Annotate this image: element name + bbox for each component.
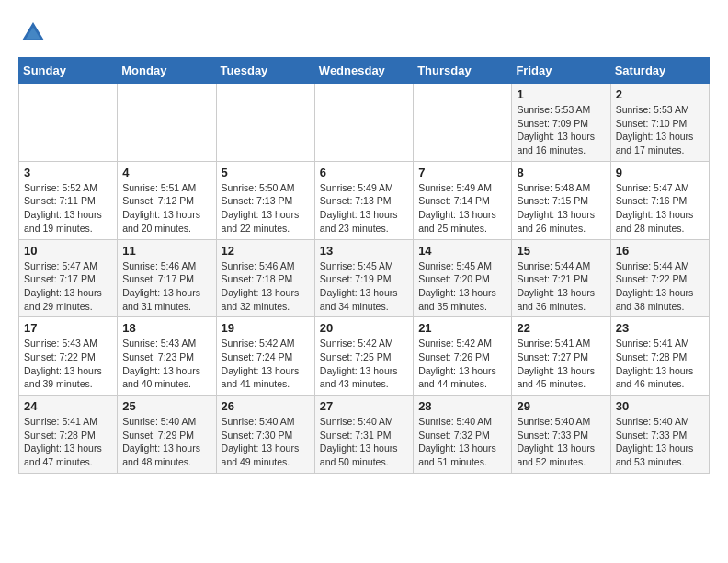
day-info: Sunrise: 5:49 AM Sunset: 7:14 PM Dayligh… xyxy=(418,181,506,236)
day-number: 27 xyxy=(320,399,408,413)
calendar-cell xyxy=(216,84,314,162)
day-info: Sunrise: 5:40 AM Sunset: 7:33 PM Dayligh… xyxy=(616,415,704,469)
day-info: Sunrise: 5:40 AM Sunset: 7:30 PM Dayligh… xyxy=(222,415,310,469)
day-info: Sunrise: 5:45 AM Sunset: 7:20 PM Dayligh… xyxy=(418,259,506,314)
day-info: Sunrise: 5:41 AM Sunset: 7:28 PM Dayligh… xyxy=(24,415,112,469)
calendar-cell: 15Sunrise: 5:44 AM Sunset: 7:21 PM Dayli… xyxy=(512,239,610,317)
day-number: 6 xyxy=(320,166,408,179)
day-number: 1 xyxy=(517,87,605,101)
day-number: 17 xyxy=(24,321,112,335)
day-info: Sunrise: 5:40 AM Sunset: 7:33 PM Dayligh… xyxy=(517,415,605,469)
weekday-header-monday: Monday xyxy=(118,58,216,84)
calendar-cell: 11Sunrise: 5:46 AM Sunset: 7:17 PM Dayli… xyxy=(118,239,216,317)
calendar-cell: 17Sunrise: 5:43 AM Sunset: 7:22 PM Dayli… xyxy=(19,317,118,396)
calendar-body: 1Sunrise: 5:53 AM Sunset: 7:09 PM Daylig… xyxy=(19,84,710,474)
day-info: Sunrise: 5:47 AM Sunset: 7:17 PM Dayligh… xyxy=(24,259,112,314)
day-number: 2 xyxy=(616,87,704,101)
day-info: Sunrise: 5:50 AM Sunset: 7:13 PM Dayligh… xyxy=(222,181,310,236)
calendar-cell: 3Sunrise: 5:52 AM Sunset: 7:11 PM Daylig… xyxy=(19,161,118,239)
weekday-header-wednesday: Wednesday xyxy=(314,58,413,84)
day-number: 28 xyxy=(418,399,506,413)
calendar-cell: 12Sunrise: 5:46 AM Sunset: 7:18 PM Dayli… xyxy=(216,239,314,317)
calendar-cell: 18Sunrise: 5:43 AM Sunset: 7:23 PM Dayli… xyxy=(118,317,216,396)
day-number: 23 xyxy=(616,321,704,335)
day-number: 29 xyxy=(517,399,605,413)
calendar-cell: 13Sunrise: 5:45 AM Sunset: 7:19 PM Dayli… xyxy=(314,239,413,317)
day-info: Sunrise: 5:40 AM Sunset: 7:29 PM Dayligh… xyxy=(122,415,210,469)
day-number: 19 xyxy=(222,321,310,335)
calendar-cell: 28Sunrise: 5:40 AM Sunset: 7:32 PM Dayli… xyxy=(414,396,512,474)
calendar-cell: 14Sunrise: 5:45 AM Sunset: 7:20 PM Dayli… xyxy=(414,239,512,317)
day-info: Sunrise: 5:46 AM Sunset: 7:17 PM Dayligh… xyxy=(122,259,210,314)
calendar-cell: 7Sunrise: 5:49 AM Sunset: 7:14 PM Daylig… xyxy=(414,161,512,239)
weekday-row: SundayMondayTuesdayWednesdayThursdayFrid… xyxy=(19,58,710,84)
calendar-week-5: 24Sunrise: 5:41 AM Sunset: 7:28 PM Dayli… xyxy=(19,396,710,474)
calendar-cell: 26Sunrise: 5:40 AM Sunset: 7:30 PM Dayli… xyxy=(216,396,314,474)
calendar-week-3: 10Sunrise: 5:47 AM Sunset: 7:17 PM Dayli… xyxy=(19,239,710,317)
calendar-cell: 5Sunrise: 5:50 AM Sunset: 7:13 PM Daylig… xyxy=(216,161,314,239)
calendar-cell: 27Sunrise: 5:40 AM Sunset: 7:31 PM Dayli… xyxy=(314,396,413,474)
weekday-header-friday: Friday xyxy=(512,58,610,84)
calendar-cell: 22Sunrise: 5:41 AM Sunset: 7:27 PM Dayli… xyxy=(512,317,610,396)
day-number: 3 xyxy=(24,166,112,179)
calendar-cell: 29Sunrise: 5:40 AM Sunset: 7:33 PM Dayli… xyxy=(512,396,610,474)
day-number: 22 xyxy=(517,321,605,335)
day-number: 4 xyxy=(122,166,210,179)
day-number: 24 xyxy=(24,399,112,413)
calendar-table: SundayMondayTuesdayWednesdayThursdayFrid… xyxy=(18,57,710,474)
day-number: 10 xyxy=(24,244,112,258)
day-info: Sunrise: 5:47 AM Sunset: 7:16 PM Dayligh… xyxy=(616,181,704,236)
day-number: 7 xyxy=(418,166,506,179)
weekday-header-sunday: Sunday xyxy=(19,58,118,84)
weekday-header-tuesday: Tuesday xyxy=(216,58,314,84)
calendar-week-1: 1Sunrise: 5:53 AM Sunset: 7:09 PM Daylig… xyxy=(19,84,710,162)
calendar-cell: 30Sunrise: 5:40 AM Sunset: 7:33 PM Dayli… xyxy=(610,396,709,474)
weekday-header-saturday: Saturday xyxy=(610,58,709,84)
calendar-cell xyxy=(118,84,216,162)
day-info: Sunrise: 5:41 AM Sunset: 7:28 PM Dayligh… xyxy=(616,337,704,391)
day-info: Sunrise: 5:49 AM Sunset: 7:13 PM Dayligh… xyxy=(320,181,408,236)
day-info: Sunrise: 5:41 AM Sunset: 7:27 PM Dayligh… xyxy=(517,337,605,391)
calendar-cell: 6Sunrise: 5:49 AM Sunset: 7:13 PM Daylig… xyxy=(314,161,413,239)
day-number: 12 xyxy=(222,244,310,258)
day-number: 16 xyxy=(616,244,704,258)
calendar-cell: 4Sunrise: 5:51 AM Sunset: 7:12 PM Daylig… xyxy=(118,161,216,239)
calendar-cell xyxy=(19,84,118,162)
day-number: 30 xyxy=(616,399,704,413)
calendar-cell: 23Sunrise: 5:41 AM Sunset: 7:28 PM Dayli… xyxy=(610,317,709,396)
day-number: 9 xyxy=(616,166,704,179)
day-info: Sunrise: 5:46 AM Sunset: 7:18 PM Dayligh… xyxy=(222,259,310,314)
day-info: Sunrise: 5:42 AM Sunset: 7:26 PM Dayligh… xyxy=(418,337,506,391)
calendar-cell: 20Sunrise: 5:42 AM Sunset: 7:25 PM Dayli… xyxy=(314,317,413,396)
logo-icon xyxy=(18,18,48,48)
day-number: 13 xyxy=(320,244,408,258)
day-number: 18 xyxy=(122,321,210,335)
calendar-header: SundayMondayTuesdayWednesdayThursdayFrid… xyxy=(19,58,710,84)
day-info: Sunrise: 5:45 AM Sunset: 7:19 PM Dayligh… xyxy=(320,259,408,314)
day-info: Sunrise: 5:53 AM Sunset: 7:10 PM Dayligh… xyxy=(616,103,704,157)
day-number: 20 xyxy=(320,321,408,335)
day-info: Sunrise: 5:42 AM Sunset: 7:25 PM Dayligh… xyxy=(320,337,408,391)
day-info: Sunrise: 5:51 AM Sunset: 7:12 PM Dayligh… xyxy=(122,181,210,236)
day-info: Sunrise: 5:44 AM Sunset: 7:22 PM Dayligh… xyxy=(616,259,704,314)
calendar-cell: 1Sunrise: 5:53 AM Sunset: 7:09 PM Daylig… xyxy=(512,84,610,162)
day-info: Sunrise: 5:53 AM Sunset: 7:09 PM Dayligh… xyxy=(517,103,605,157)
day-number: 15 xyxy=(517,244,605,258)
calendar-cell: 2Sunrise: 5:53 AM Sunset: 7:10 PM Daylig… xyxy=(610,84,709,162)
calendar-cell: 25Sunrise: 5:40 AM Sunset: 7:29 PM Dayli… xyxy=(118,396,216,474)
day-info: Sunrise: 5:40 AM Sunset: 7:31 PM Dayligh… xyxy=(320,415,408,469)
weekday-header-thursday: Thursday xyxy=(414,58,512,84)
day-number: 14 xyxy=(418,244,506,258)
day-number: 11 xyxy=(122,244,210,258)
calendar-cell: 21Sunrise: 5:42 AM Sunset: 7:26 PM Dayli… xyxy=(414,317,512,396)
calendar-cell: 8Sunrise: 5:48 AM Sunset: 7:15 PM Daylig… xyxy=(512,161,610,239)
calendar-cell: 10Sunrise: 5:47 AM Sunset: 7:17 PM Dayli… xyxy=(19,239,118,317)
page-header xyxy=(18,18,710,48)
day-info: Sunrise: 5:48 AM Sunset: 7:15 PM Dayligh… xyxy=(517,181,605,236)
calendar-cell: 24Sunrise: 5:41 AM Sunset: 7:28 PM Dayli… xyxy=(19,396,118,474)
day-number: 26 xyxy=(222,399,310,413)
calendar-cell: 9Sunrise: 5:47 AM Sunset: 7:16 PM Daylig… xyxy=(610,161,709,239)
day-number: 21 xyxy=(418,321,506,335)
calendar-week-4: 17Sunrise: 5:43 AM Sunset: 7:22 PM Dayli… xyxy=(19,317,710,396)
day-info: Sunrise: 5:44 AM Sunset: 7:21 PM Dayligh… xyxy=(517,259,605,314)
